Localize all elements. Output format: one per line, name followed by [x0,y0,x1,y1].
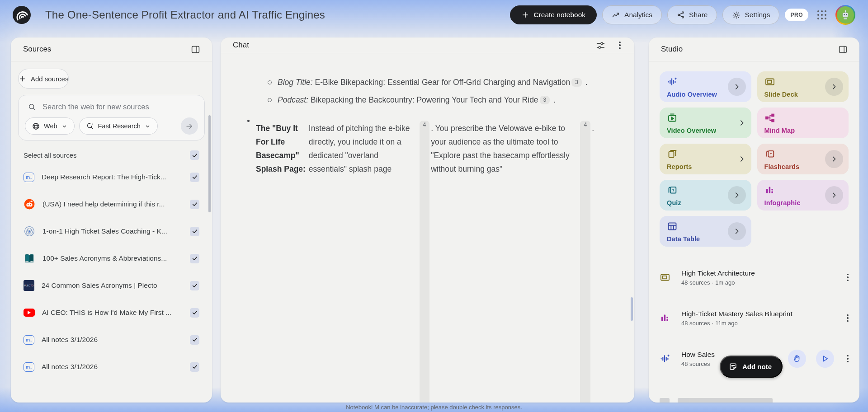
source-list-item[interactable]: AI CEO: THIS is How I'd Make My First ..… [18,299,205,326]
source-favicon-reddit-icon [24,198,35,210]
apps-grid-icon[interactable] [816,9,827,20]
chat-scrollbar[interactable] [631,297,633,321]
chevron-right-icon[interactable] [738,119,746,127]
citation-chip[interactable]: 4 [580,121,590,403]
create-notebook-button[interactable]: Create notebook [510,5,597,24]
expand-panel-icon[interactable] [835,42,850,57]
select-all-checkbox[interactable] [190,150,199,160]
chevron-right-icon[interactable] [728,78,746,96]
chevron-right-icon[interactable] [825,150,843,168]
chat-bullet: The "Buy It For Life Basecamp" Splash Pa… [243,114,603,403]
collapse-panel-icon[interactable] [188,42,203,57]
source-title: 1-on-1 High Ticket Sales Coaching - K... [42,227,183,235]
source-list-item[interactable]: (USA) I need help determining if this r.… [18,191,205,218]
disclaimer: NotebookLM can be inaccurate; please dou… [0,404,868,411]
studio-item[interactable]: High Ticket Architecture48 sources · 1m … [660,263,853,292]
source-list-item[interactable]: PLECTO24 Common Sales Acronyms | Plecto [18,272,205,299]
note-icon [729,362,737,371]
studio-items-list: High Ticket Architecture48 sources · 1m … [649,247,859,373]
studio-panel-title: Studio [661,45,683,54]
studio-item-title: High Ticket Architecture [681,269,834,277]
studio-tile-reports[interactable]: Reports [660,144,751,174]
research-mode-dropdown[interactable]: Fast Research [79,117,158,135]
video-icon [667,112,746,123]
studio-item-partial [660,398,853,403]
search-input[interactable] [42,103,178,111]
studio-item-meta: 48 sources · 1m ago [681,279,834,286]
source-list-item[interactable]: 100+ Sales Acronyms & Abbreviations... [18,245,205,272]
source-checkbox[interactable] [190,362,199,372]
source-checkbox[interactable] [190,254,199,263]
source-checkbox[interactable] [190,308,199,318]
source-checkbox[interactable] [190,281,199,290]
source-title: All notes 3/1/2026 [42,336,183,344]
chevron-right-icon[interactable] [825,186,843,204]
studio-tile-video[interactable]: Video Overview [660,108,751,138]
chat-more-menu-icon[interactable] [614,40,625,51]
studio-tile-infographic[interactable]: Infographic [757,180,849,211]
source-checkbox[interactable] [190,335,199,345]
studio-tile-label: Reports [667,163,746,170]
studio-tiles: Audio OverviewSlide DeckVideo OverviewMi… [649,61,859,247]
studio-tile-label: Video Overview [667,127,746,134]
notebooklm-logo [13,6,31,24]
sparkle-search-icon [86,122,94,131]
studio-tile-mindmap[interactable]: Mind Map [757,108,849,138]
gear-icon [732,11,741,19]
source-list-item[interactable]: m↓Deep Research Report: The High-Tick... [18,164,205,191]
account-avatar[interactable] [835,5,855,25]
search-submit-button[interactable] [181,117,198,135]
sources-list: m↓Deep Research Report: The High-Tick...… [18,163,205,380]
studio-panel: Studio Audio OverviewSlide DeckVideo Ove… [649,37,859,403]
studio-item-menu-icon[interactable] [842,313,853,323]
studio-item-title: High-Ticket Mastery Sales Blueprint [681,310,834,318]
sources-scrollbar[interactable] [208,115,211,212]
add-note-button[interactable]: Add note [720,356,783,378]
studio-tile-datatable[interactable]: Data Table [660,216,751,247]
source-checkbox[interactable] [190,173,199,182]
web-filter-dropdown[interactable]: Web [25,117,75,135]
source-favicon-book-icon [24,253,35,264]
source-list-item[interactable]: m↓All notes 3/1/2026 [18,326,205,353]
citation-chip[interactable]: 3 [540,96,550,104]
globe-icon [32,122,40,131]
chat-settings-icon[interactable] [593,37,608,53]
source-list-item[interactable]: 1-on-1 High Ticket Sales Coaching - K... [18,218,205,245]
studio-tile-flashcards[interactable]: Flashcards [757,144,849,174]
doc-icon: m↓ [24,362,34,372]
chat-panel: Chat Blog Title: E-Bike Bikepacking: Ess… [221,37,634,403]
play-button[interactable] [816,350,834,368]
share-button[interactable]: Share [667,5,717,24]
studio-item[interactable]: High-Ticket Mastery Sales Blueprint48 so… [660,304,853,332]
chevron-right-icon[interactable] [728,186,746,204]
source-title: Deep Research Report: The High-Tick... [42,173,183,181]
sources-panel-title: Sources [23,45,51,54]
citation-chip[interactable]: 3 [571,78,582,87]
source-title: All notes 3/1/2026 [42,363,183,371]
studio-item-text: High-Ticket Mastery Sales Blueprint48 so… [681,310,834,327]
chevron-right-icon[interactable] [728,222,746,240]
studio-item-menu-icon[interactable] [842,272,853,283]
citation-chip[interactable]: 4 [420,121,430,403]
add-sources-button[interactable]: Add sources [18,69,69,89]
trending-up-icon [612,11,620,19]
infographic-icon [660,313,673,323]
share-icon [677,11,685,19]
analytics-button[interactable]: Analytics [602,5,662,24]
source-title: 24 Common Sales Acronyms | Plecto [42,281,183,290]
studio-tile-slides[interactable]: Slide Deck [757,71,849,102]
plus-icon [521,11,529,19]
studio-tile-quiz[interactable]: ?Quiz [660,180,751,211]
studio-item-menu-icon[interactable] [842,353,853,364]
settings-button[interactable]: Settings [722,5,779,24]
chevron-right-icon[interactable] [738,155,746,163]
chat-bullet: Podcast: Bikepacking the Backcountry: Po… [267,93,603,107]
chevron-right-icon[interactable] [825,78,843,96]
source-title: 100+ Sales Acronyms & Abbreviations... [42,254,183,262]
source-list-item[interactable]: m↓All notes 3/1/2026 [18,353,205,380]
source-checkbox[interactable] [190,200,199,209]
source-checkbox[interactable] [190,227,199,236]
chat-panel-title: Chat [233,41,249,50]
interactive-mode-button[interactable] [788,350,806,368]
studio-tile-audio[interactable]: Audio Overview [660,71,751,102]
